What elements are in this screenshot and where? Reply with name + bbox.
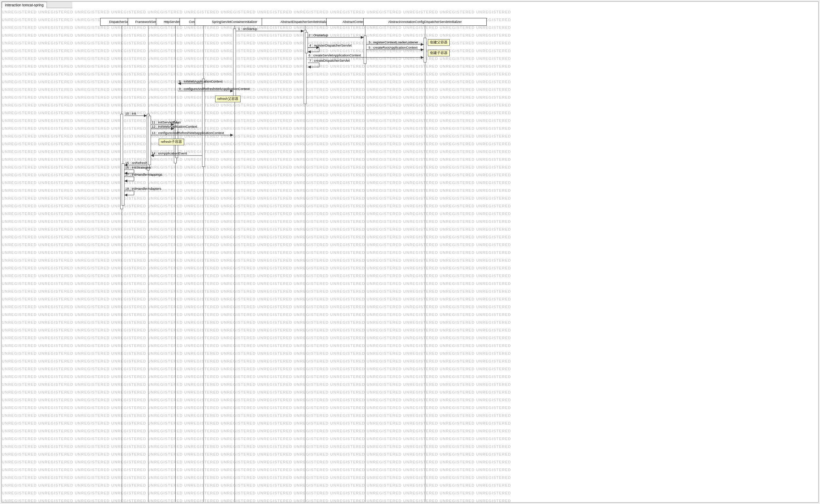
activation-box <box>202 79 205 167</box>
msg-label: 1 : onStartup <box>238 27 257 31</box>
msg-label: 8 : initWebApplicationContext <box>179 79 223 83</box>
msg-label: 4 : registerDispatcherServlet <box>309 43 352 47</box>
note-box: 创建父容器 <box>428 39 450 46</box>
svg-marker-19 <box>144 114 147 117</box>
note-box: 创建子容器 <box>428 50 450 56</box>
diagram-area: UNREGISTERED UNREGISTERED UNREGISTERED U… <box>2 8 819 503</box>
note-box: refresh子容器 <box>159 139 184 145</box>
msg-label: 12 : initWebApplicationContext <box>152 125 197 128</box>
svg-marker-3 <box>361 36 364 39</box>
msg-label: 6 : createServletApplicationContext <box>309 53 361 57</box>
lifeline-line-acli <box>365 26 365 502</box>
svg-marker-12 <box>421 56 424 59</box>
main-window: interaction tomcat-spring UNREGISTERED U… <box>1 1 819 503</box>
msg-label: 5 : createRootApplicationContext <box>369 45 418 49</box>
lifeline-line-ds <box>122 26 122 502</box>
svg-marker-31 <box>124 180 127 182</box>
activation-box <box>305 32 308 53</box>
msg-label: 16 : initStrategies <box>125 165 151 169</box>
tab-tomcat-spring[interactable]: interaction tomcat-spring <box>2 2 47 8</box>
msg-label: 9 : configureAndRefreshWebApplicationCon… <box>179 87 250 91</box>
msg-label: 18 : initHandlerAdapters <box>125 187 161 190</box>
msg-label: 13 : configureAndRefreshWebapplicationCo… <box>152 131 224 135</box>
svg-marker-13 <box>308 66 311 68</box>
svg-marker-32 <box>124 194 127 196</box>
msg-label: 15 : onRefresh <box>125 161 147 165</box>
msg-label: 10 : init <box>125 111 136 115</box>
msg-label: 11 : initServletBean <box>152 120 181 124</box>
lifeline-line-fs <box>148 26 148 502</box>
svg-marker-5 <box>421 43 424 46</box>
svg-marker-25 <box>230 134 233 136</box>
msg-label: 2 : Onstartup <box>309 33 328 37</box>
msg-label: 14 : onApplicationEvent <box>152 151 187 155</box>
lifeline-line-hsb <box>175 26 176 502</box>
lifeline-aacds: AbstractAnnotationConfigDispatcherServle… <box>363 18 487 26</box>
watermark: UNREGISTERED UNREGISTERED UNREGISTERED U… <box>2 8 819 503</box>
activation-box <box>122 163 124 206</box>
svg-marker-8 <box>308 50 311 53</box>
note-box: refresh父容器 <box>215 96 241 102</box>
arrows-svg <box>2 8 819 503</box>
svg-marker-10 <box>421 48 424 51</box>
tab-bar: interaction tomcat-spring <box>2 2 72 8</box>
activation-box <box>364 36 366 64</box>
msg-label: 3 : registerContextLoaderListener <box>369 40 418 44</box>
msg-label: 7 : createDispatcherServlet <box>309 59 350 62</box>
activation-box <box>148 116 151 165</box>
activation-box <box>424 38 426 62</box>
lifeline-line-aacds <box>425 26 425 502</box>
msg-label: 17 : initHandlerMappings <box>125 172 162 176</box>
svg-marker-1 <box>301 30 304 32</box>
